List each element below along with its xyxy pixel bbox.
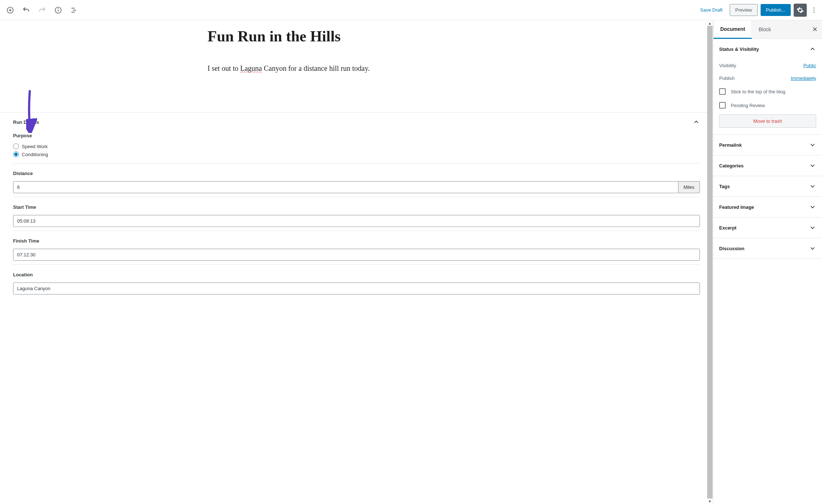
- chevron-up-icon: [809, 45, 816, 53]
- panel-discussion: Discussion: [713, 238, 822, 259]
- scrollbar-thumb[interactable]: [707, 26, 713, 499]
- purpose-field: Purpose Speed Work Conditioning: [13, 131, 700, 163]
- publish-row: Publish Immediately: [719, 72, 816, 85]
- list-icon: [70, 6, 78, 14]
- purpose-option-speedwork[interactable]: Speed Work: [13, 143, 700, 149]
- top-toolbar: Save Draft Preview Publish...: [0, 0, 822, 20]
- panel-status-title: Status & Visibility: [719, 46, 759, 52]
- purpose-radio-speedwork[interactable]: [13, 143, 19, 149]
- scroll-down-icon: ▾: [707, 499, 713, 504]
- panel-permalink-header[interactable]: Permalink: [713, 135, 822, 155]
- svg-point-11: [814, 12, 815, 13]
- panel-categories-header[interactable]: Categories: [713, 155, 822, 176]
- visibility-label: Visibility: [719, 63, 736, 68]
- chevron-down-icon: [809, 141, 816, 149]
- panel-permalink-title: Permalink: [719, 142, 742, 148]
- editor-area: Fun Run in the Hills I set out to Laguna…: [0, 20, 713, 504]
- panel-discussion-title: Discussion: [719, 246, 744, 251]
- chevron-down-icon: [809, 162, 816, 169]
- panel-tags-header[interactable]: Tags: [713, 176, 822, 196]
- tab-block[interactable]: Block: [752, 21, 777, 38]
- redo-button[interactable]: [36, 4, 49, 17]
- chevron-down-icon: [809, 183, 816, 190]
- stick-checkbox-row[interactable]: Stick to the top of the blog: [719, 85, 816, 98]
- panel-status: Status & Visibility Visibility Public Pu…: [713, 39, 822, 135]
- panel-featured-image-header[interactable]: Featured Image: [713, 197, 822, 217]
- location-label: Location: [13, 272, 700, 277]
- visibility-value-link[interactable]: Public: [803, 63, 816, 68]
- stick-checkbox[interactable]: [719, 88, 726, 95]
- chevron-down-icon: [809, 203, 816, 211]
- post-title[interactable]: Fun Run in the Hills: [207, 28, 505, 45]
- post-body[interactable]: I set out to Laguna Canyon for a distanc…: [207, 62, 505, 74]
- settings-button[interactable]: [794, 4, 807, 17]
- more-menu-button[interactable]: [810, 4, 818, 17]
- start-time-field: Start Time: [13, 197, 700, 231]
- panel-tags: Tags: [713, 176, 822, 197]
- settings-sidebar: Document Block ✕ Status & Visibility Vis…: [713, 20, 822, 504]
- preview-button[interactable]: Preview: [730, 4, 757, 16]
- body-text-prefix: I set out to: [207, 64, 240, 72]
- outline-button[interactable]: [68, 4, 81, 17]
- plus-circle-icon: [6, 6, 14, 14]
- publish-button[interactable]: Publish...: [761, 4, 791, 16]
- distance-field: Distance Miles: [13, 163, 700, 197]
- scroll-up-icon: ▴: [707, 20, 713, 26]
- kebab-icon: [810, 7, 818, 14]
- metabox-title: Run Details: [13, 119, 39, 125]
- body-text-suffix: Canyon for a distance hill run today.: [262, 64, 370, 72]
- start-time-input[interactable]: [13, 215, 700, 227]
- publish-value-link[interactable]: Immediately: [791, 76, 816, 81]
- publish-label: Publish: [719, 76, 735, 81]
- finish-time-label: Finish Time: [13, 238, 700, 244]
- panel-categories: Categories: [713, 155, 822, 176]
- panel-featured-image-title: Featured Image: [719, 204, 754, 210]
- panel-excerpt-title: Excerpt: [719, 225, 737, 231]
- visibility-row: Visibility Public: [719, 59, 816, 72]
- purpose-radio-conditioning[interactable]: [13, 151, 19, 157]
- panel-tags-title: Tags: [719, 184, 730, 189]
- editor-content: Fun Run in the Hills I set out to Laguna…: [193, 20, 520, 74]
- pending-checkbox[interactable]: [719, 102, 726, 109]
- svg-point-10: [814, 9, 815, 11]
- metabox-body: Purpose Speed Work Conditioning Distance: [0, 131, 713, 305]
- toolbar-right: Save Draft Preview Publish...: [696, 4, 818, 17]
- distance-input[interactable]: [13, 181, 678, 193]
- purpose-option-conditioning[interactable]: Conditioning: [13, 151, 700, 157]
- svg-point-9: [814, 7, 815, 8]
- pending-checkbox-row[interactable]: Pending Review: [719, 98, 816, 112]
- info-button[interactable]: [52, 4, 65, 17]
- add-block-button[interactable]: [4, 4, 17, 17]
- chevron-down-icon: [809, 245, 816, 252]
- distance-unit: Miles: [678, 181, 700, 193]
- move-to-trash-button[interactable]: Move to trash: [719, 114, 816, 128]
- editor-scrollbar[interactable]: ▴ ▾: [707, 20, 713, 504]
- panel-status-body: Visibility Public Publish Immediately St…: [713, 59, 822, 134]
- pending-label: Pending Review: [731, 103, 765, 108]
- chevron-down-icon: [809, 224, 816, 231]
- metabox-header[interactable]: Run Details: [0, 113, 713, 131]
- tab-document[interactable]: Document: [713, 20, 752, 39]
- metabox-wrapper: Run Details Purpose Speed Work Condition…: [0, 112, 713, 305]
- start-time-label: Start Time: [13, 204, 700, 210]
- undo-button[interactable]: [20, 4, 33, 17]
- gear-icon: [797, 7, 804, 14]
- panel-excerpt-header[interactable]: Excerpt: [713, 218, 822, 238]
- location-input[interactable]: [13, 283, 700, 294]
- sidebar-tabs: Document Block ✕: [713, 20, 822, 39]
- run-details-metabox: Run Details Purpose Speed Work Condition…: [0, 113, 713, 305]
- svg-point-5: [58, 8, 59, 9]
- distance-label: Distance: [13, 171, 700, 176]
- distance-input-group: Miles: [13, 181, 700, 193]
- finish-time-input[interactable]: [13, 249, 700, 261]
- toolbar-left: [4, 4, 81, 17]
- purpose-label: Purpose: [13, 133, 700, 138]
- panel-discussion-header[interactable]: Discussion: [713, 238, 822, 259]
- sidebar-close-button[interactable]: ✕: [807, 21, 822, 38]
- panel-status-header[interactable]: Status & Visibility: [713, 39, 822, 59]
- save-draft-button[interactable]: Save Draft: [696, 4, 727, 16]
- finish-time-field: Finish Time: [13, 231, 700, 264]
- main-layout: Fun Run in the Hills I set out to Laguna…: [0, 20, 822, 504]
- chevron-up-icon: [693, 118, 700, 126]
- purpose-option-label-0: Speed Work: [22, 144, 48, 149]
